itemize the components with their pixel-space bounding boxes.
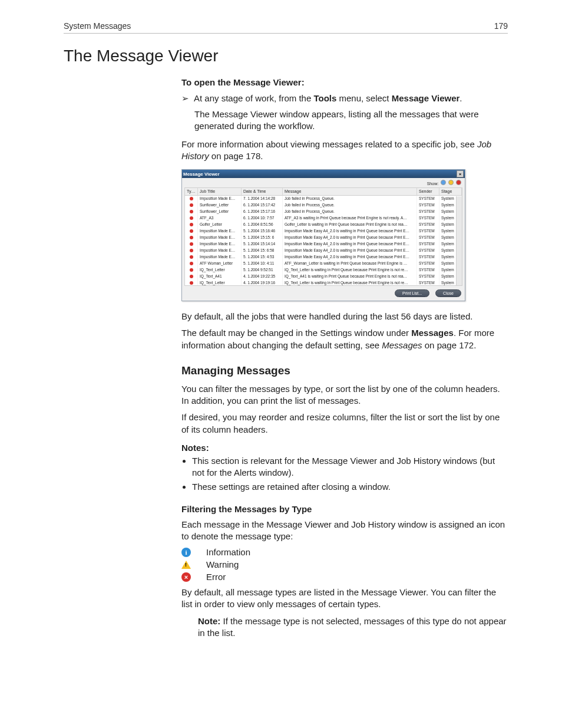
- cell-dt: 5. 1.2004 15: 6:58: [242, 248, 283, 254]
- error-dot-icon: [190, 262, 193, 265]
- table-row[interactable]: Imposition Made E…5. 1.2004 15:15: 6Impo…: [185, 235, 462, 241]
- cell-sender: SYSTEM: [417, 274, 439, 280]
- cell-dt: 5. 1.2004 15: 4:53: [242, 254, 283, 261]
- col-type[interactable]: Type ∇: [185, 188, 198, 196]
- error-dot-icon: [190, 249, 193, 252]
- cell-msg: IQ_Text_A41 is waiting in Print Queue be…: [283, 274, 417, 280]
- cell-dt: 5. 1.2004 10: 4:11: [242, 261, 283, 267]
- table-row[interactable]: Imposition Made E…5. 1.2004 15:16:46Impo…: [185, 228, 462, 235]
- cell-msg: Imposition Made Easy A4_2.0 is waiting i…: [283, 248, 417, 254]
- mv-show-label: Show:: [427, 182, 438, 186]
- table-row[interactable]: Golfer_Letter6. 1.2004 8:51:56Golfer_Let…: [185, 222, 462, 228]
- cell-dt: 5. 1.2004 15:16:46: [242, 228, 283, 235]
- cell-sender: SYSTEM: [417, 280, 439, 286]
- cell-sender: SYSTEM: [417, 228, 439, 235]
- below-shot-2: The default may be changed in the Settin…: [181, 327, 508, 351]
- table-row[interactable]: Imposition Made E…5. 1.2004 15: 6:58Impo…: [185, 248, 462, 254]
- cell-dt: 4. 1.2004 19:22:35: [242, 274, 283, 280]
- error-dot-icon: [190, 216, 193, 220]
- col-stage[interactable]: Stage: [439, 188, 462, 196]
- filter-error-icon[interactable]: [456, 180, 461, 185]
- cell-msg: Imposition Made Easy A4_2.0 is waiting i…: [283, 235, 417, 241]
- cell-job: IQ_Text_A41: [198, 274, 242, 280]
- cell-dt: 6. 1.2004 8:51:56: [242, 222, 283, 228]
- close-icon[interactable]: ×: [457, 170, 464, 177]
- cell-job: Sunflower_Letter: [198, 202, 242, 209]
- mm-para-1: You can filter the messages by type, or …: [181, 383, 508, 407]
- close-button[interactable]: Close: [435, 289, 461, 297]
- cell-dt: 5. 1.2004 15:14:14: [242, 241, 283, 248]
- cell-dt: 6. 1.2004 15:17:16: [242, 209, 283, 215]
- print-list-button[interactable]: Print List...: [395, 289, 429, 297]
- cell-job: Sunflower_Letter: [198, 209, 242, 215]
- table-row[interactable]: IQ_Text_A414. 1.2004 19:22:35IQ_Text_A41…: [185, 274, 462, 280]
- filter-note: Note: If the message type is not selecte…: [198, 615, 508, 640]
- table-row[interactable]: IQ_Text_Letter4. 1.2004 19:19:16IQ_Text_…: [185, 280, 462, 286]
- procedure-title: To open the Message Viewer:: [181, 77, 508, 87]
- cell-sender: SYSTEM: [417, 222, 439, 228]
- table-row[interactable]: ATF_A36. 1.2004 10: 7:57ATF_A3 is waitin…: [185, 215, 462, 222]
- note-item: These settings are retained after closin…: [192, 481, 508, 493]
- cell-msg: Golfer_Letter is waiting in Print Queue …: [283, 222, 417, 228]
- cell-job: Imposition Made E…: [198, 235, 242, 241]
- table-row[interactable]: ATF Woman_Letter5. 1.2004 10: 4:11ATF_Wo…: [185, 261, 462, 267]
- cell-job: Imposition Made E…: [198, 248, 242, 254]
- col-message[interactable]: Message: [283, 188, 417, 196]
- filter-default: By default, all message types are listed…: [181, 587, 508, 611]
- table-row[interactable]: Sunflower_Letter6. 1.2004 15:17:16Job fa…: [185, 209, 462, 215]
- cell-dt: 7. 1.2004 14:14:28: [242, 196, 283, 202]
- cell-sender: SYSTEM: [417, 209, 439, 215]
- running-head-left: System Messages: [64, 21, 131, 31]
- cell-msg: Job failed in Process_Queue.: [283, 202, 417, 209]
- cell-dt: 6. 1.2004 10: 7:57: [242, 215, 283, 222]
- cell-msg: Job failed in Process_Queue.: [283, 196, 417, 202]
- error-dot-icon: [190, 229, 193, 233]
- error-dot-icon: [190, 223, 193, 226]
- step-result: The Message Viewer window appears, listi…: [194, 108, 508, 133]
- error-dot-icon: [190, 268, 193, 272]
- cell-msg: Imposition Made Easy A4_2.0 is waiting i…: [283, 228, 417, 235]
- cell-job: ATF Woman_Letter: [198, 261, 242, 267]
- cell-sender: SYSTEM: [417, 261, 439, 267]
- cell-dt: 4. 1.2004 19:19:16: [242, 280, 283, 286]
- info-icon: i: [181, 548, 191, 557]
- step-1-text: At any stage of work, from the Tools men…: [194, 93, 508, 104]
- cell-dt: 5. 1.2004 9:52:51: [242, 267, 283, 274]
- cell-msg: IQ_Text_Letter is waiting in Print Queue…: [283, 267, 417, 274]
- table-row[interactable]: Imposition Made E…5. 1.2004 15:14:14Impo…: [185, 241, 462, 248]
- below-shot-1: By default, all the jobs that were handl…: [181, 311, 508, 322]
- mv-grid: Type ∇ Job Title Date & Time Message Sen…: [184, 187, 462, 286]
- error-dot-icon: [190, 255, 193, 259]
- col-date-time[interactable]: Date & Time: [242, 188, 283, 196]
- filter-heading: Filtering the Messages by Type: [181, 504, 508, 514]
- table-row[interactable]: Imposition Made E…7. 1.2004 14:14:28Job …: [185, 196, 462, 202]
- cell-msg: IQ_Text_Letter is waiting in Print Queue…: [283, 280, 417, 286]
- message-viewer-window: Message Viewer × Show: Type ∇ Job Title …: [181, 169, 465, 301]
- legend-warn-label: Warning: [206, 559, 239, 569]
- scrollbar[interactable]: [456, 196, 462, 285]
- error-dot-icon: [190, 275, 193, 278]
- cell-job: IQ_Text_Letter: [198, 280, 242, 286]
- cell-job: ATF_A3: [198, 215, 242, 222]
- cell-job: IQ_Text_Letter: [198, 267, 242, 274]
- table-row[interactable]: IQ_Text_Letter5. 1.2004 9:52:51IQ_Text_L…: [185, 267, 462, 274]
- filter-info-icon[interactable]: [441, 180, 446, 185]
- step-arrow-icon: ➢: [181, 93, 189, 104]
- note-item: This section is relevant for the Message…: [192, 455, 508, 479]
- error-dot-icon: [190, 242, 193, 246]
- page-title: The Message Viewer: [64, 47, 508, 65]
- cell-sender: SYSTEM: [417, 196, 439, 202]
- table-row[interactable]: Imposition Made E…5. 1.2004 15: 4:53Impo…: [185, 254, 462, 261]
- col-job-title[interactable]: Job Title: [198, 188, 242, 196]
- cell-job: Imposition Made E…: [198, 241, 242, 248]
- filter-warn-icon[interactable]: [448, 180, 454, 185]
- col-sender[interactable]: Sender: [417, 188, 439, 196]
- cell-sender: SYSTEM: [417, 254, 439, 261]
- cell-sender: SYSTEM: [417, 248, 439, 254]
- table-row[interactable]: Sunflower_Letter6. 1.2004 15:17:42Job fa…: [185, 202, 462, 209]
- filter-intro: Each message in the Message Viewer and J…: [181, 519, 508, 543]
- cross-ref: For more information about viewing messa…: [181, 139, 508, 163]
- cell-sender: SYSTEM: [417, 202, 439, 209]
- error-dot-icon: [190, 281, 193, 285]
- legend-error-label: Error: [206, 572, 226, 582]
